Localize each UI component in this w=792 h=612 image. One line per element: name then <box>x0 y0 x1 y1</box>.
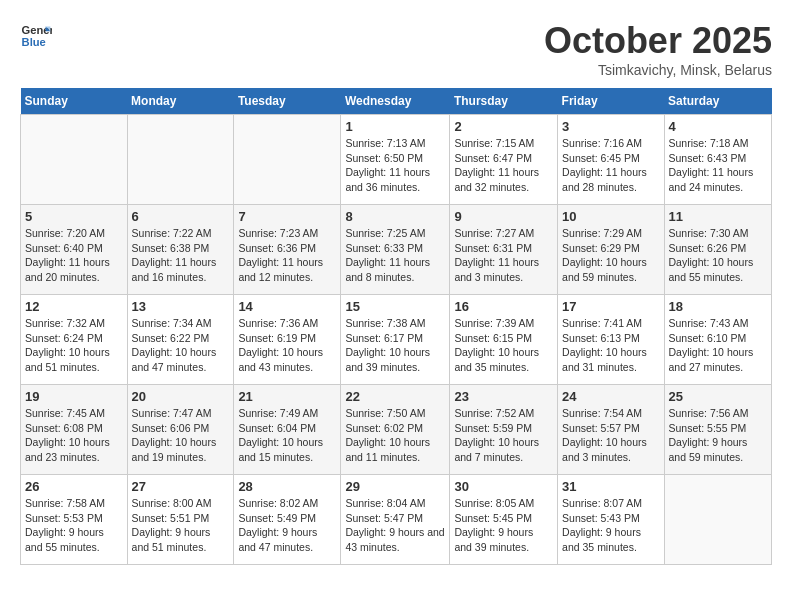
day-number: 24 <box>562 389 659 404</box>
calendar-cell: 19Sunrise: 7:45 AM Sunset: 6:08 PM Dayli… <box>21 385 128 475</box>
weekday-header: Monday <box>127 88 234 115</box>
weekday-header: Tuesday <box>234 88 341 115</box>
calendar-cell: 28Sunrise: 8:02 AM Sunset: 5:49 PM Dayli… <box>234 475 341 565</box>
day-info: Sunrise: 7:15 AM Sunset: 6:47 PM Dayligh… <box>454 136 553 195</box>
day-number: 6 <box>132 209 230 224</box>
day-number: 17 <box>562 299 659 314</box>
day-info: Sunrise: 8:02 AM Sunset: 5:49 PM Dayligh… <box>238 496 336 555</box>
day-number: 31 <box>562 479 659 494</box>
day-info: Sunrise: 7:29 AM Sunset: 6:29 PM Dayligh… <box>562 226 659 285</box>
day-number: 10 <box>562 209 659 224</box>
day-info: Sunrise: 7:52 AM Sunset: 5:59 PM Dayligh… <box>454 406 553 465</box>
day-info: Sunrise: 7:34 AM Sunset: 6:22 PM Dayligh… <box>132 316 230 375</box>
day-number: 5 <box>25 209 123 224</box>
day-number: 26 <box>25 479 123 494</box>
day-number: 19 <box>25 389 123 404</box>
calendar-cell: 3Sunrise: 7:16 AM Sunset: 6:45 PM Daylig… <box>558 115 664 205</box>
calendar-cell: 17Sunrise: 7:41 AM Sunset: 6:13 PM Dayli… <box>558 295 664 385</box>
calendar-cell: 15Sunrise: 7:38 AM Sunset: 6:17 PM Dayli… <box>341 295 450 385</box>
calendar-cell: 5Sunrise: 7:20 AM Sunset: 6:40 PM Daylig… <box>21 205 128 295</box>
day-number: 29 <box>345 479 445 494</box>
calendar-table: SundayMondayTuesdayWednesdayThursdayFrid… <box>20 88 772 565</box>
calendar-cell <box>664 475 771 565</box>
day-number: 12 <box>25 299 123 314</box>
location: Tsimkavichy, Minsk, Belarus <box>544 62 772 78</box>
day-info: Sunrise: 7:47 AM Sunset: 6:06 PM Dayligh… <box>132 406 230 465</box>
day-info: Sunrise: 7:30 AM Sunset: 6:26 PM Dayligh… <box>669 226 767 285</box>
weekday-header: Saturday <box>664 88 771 115</box>
day-number: 30 <box>454 479 553 494</box>
day-info: Sunrise: 7:41 AM Sunset: 6:13 PM Dayligh… <box>562 316 659 375</box>
day-number: 20 <box>132 389 230 404</box>
calendar-cell <box>234 115 341 205</box>
day-number: 21 <box>238 389 336 404</box>
day-info: Sunrise: 7:54 AM Sunset: 5:57 PM Dayligh… <box>562 406 659 465</box>
page-header: General Blue October 2025 Tsimkavichy, M… <box>20 20 772 78</box>
calendar-cell: 16Sunrise: 7:39 AM Sunset: 6:15 PM Dayli… <box>450 295 558 385</box>
day-number: 28 <box>238 479 336 494</box>
logo: General Blue <box>20 20 52 52</box>
day-number: 13 <box>132 299 230 314</box>
calendar-cell: 20Sunrise: 7:47 AM Sunset: 6:06 PM Dayli… <box>127 385 234 475</box>
calendar-cell: 12Sunrise: 7:32 AM Sunset: 6:24 PM Dayli… <box>21 295 128 385</box>
calendar-cell: 24Sunrise: 7:54 AM Sunset: 5:57 PM Dayli… <box>558 385 664 475</box>
day-info: Sunrise: 7:36 AM Sunset: 6:19 PM Dayligh… <box>238 316 336 375</box>
day-number: 3 <box>562 119 659 134</box>
day-info: Sunrise: 7:25 AM Sunset: 6:33 PM Dayligh… <box>345 226 445 285</box>
day-info: Sunrise: 7:39 AM Sunset: 6:15 PM Dayligh… <box>454 316 553 375</box>
day-info: Sunrise: 7:32 AM Sunset: 6:24 PM Dayligh… <box>25 316 123 375</box>
day-info: Sunrise: 8:04 AM Sunset: 5:47 PM Dayligh… <box>345 496 445 555</box>
calendar-cell: 11Sunrise: 7:30 AM Sunset: 6:26 PM Dayli… <box>664 205 771 295</box>
day-number: 7 <box>238 209 336 224</box>
calendar-cell: 14Sunrise: 7:36 AM Sunset: 6:19 PM Dayli… <box>234 295 341 385</box>
calendar-cell: 30Sunrise: 8:05 AM Sunset: 5:45 PM Dayli… <box>450 475 558 565</box>
weekday-header: Wednesday <box>341 88 450 115</box>
logo-icon: General Blue <box>20 20 52 52</box>
day-info: Sunrise: 7:16 AM Sunset: 6:45 PM Dayligh… <box>562 136 659 195</box>
day-info: Sunrise: 7:23 AM Sunset: 6:36 PM Dayligh… <box>238 226 336 285</box>
calendar-cell: 9Sunrise: 7:27 AM Sunset: 6:31 PM Daylig… <box>450 205 558 295</box>
svg-text:Blue: Blue <box>22 36 46 48</box>
day-number: 8 <box>345 209 445 224</box>
day-number: 22 <box>345 389 445 404</box>
calendar-cell <box>127 115 234 205</box>
title-area: October 2025 Tsimkavichy, Minsk, Belarus <box>544 20 772 78</box>
day-number: 16 <box>454 299 553 314</box>
day-info: Sunrise: 8:07 AM Sunset: 5:43 PM Dayligh… <box>562 496 659 555</box>
calendar-cell: 26Sunrise: 7:58 AM Sunset: 5:53 PM Dayli… <box>21 475 128 565</box>
calendar-cell: 1Sunrise: 7:13 AM Sunset: 6:50 PM Daylig… <box>341 115 450 205</box>
calendar-cell: 6Sunrise: 7:22 AM Sunset: 6:38 PM Daylig… <box>127 205 234 295</box>
day-number: 18 <box>669 299 767 314</box>
weekday-header: Sunday <box>21 88 128 115</box>
day-info: Sunrise: 7:49 AM Sunset: 6:04 PM Dayligh… <box>238 406 336 465</box>
weekday-header: Friday <box>558 88 664 115</box>
day-info: Sunrise: 7:43 AM Sunset: 6:10 PM Dayligh… <box>669 316 767 375</box>
calendar-cell: 4Sunrise: 7:18 AM Sunset: 6:43 PM Daylig… <box>664 115 771 205</box>
day-info: Sunrise: 7:45 AM Sunset: 6:08 PM Dayligh… <box>25 406 123 465</box>
day-number: 15 <box>345 299 445 314</box>
day-info: Sunrise: 7:58 AM Sunset: 5:53 PM Dayligh… <box>25 496 123 555</box>
day-info: Sunrise: 7:13 AM Sunset: 6:50 PM Dayligh… <box>345 136 445 195</box>
calendar-cell: 8Sunrise: 7:25 AM Sunset: 6:33 PM Daylig… <box>341 205 450 295</box>
calendar-cell: 13Sunrise: 7:34 AM Sunset: 6:22 PM Dayli… <box>127 295 234 385</box>
calendar-cell: 10Sunrise: 7:29 AM Sunset: 6:29 PM Dayli… <box>558 205 664 295</box>
calendar-cell <box>21 115 128 205</box>
day-number: 25 <box>669 389 767 404</box>
day-number: 14 <box>238 299 336 314</box>
calendar-cell: 25Sunrise: 7:56 AM Sunset: 5:55 PM Dayli… <box>664 385 771 475</box>
day-info: Sunrise: 7:18 AM Sunset: 6:43 PM Dayligh… <box>669 136 767 195</box>
day-number: 2 <box>454 119 553 134</box>
calendar-cell: 7Sunrise: 7:23 AM Sunset: 6:36 PM Daylig… <box>234 205 341 295</box>
day-number: 4 <box>669 119 767 134</box>
calendar-cell: 27Sunrise: 8:00 AM Sunset: 5:51 PM Dayli… <box>127 475 234 565</box>
day-info: Sunrise: 7:50 AM Sunset: 6:02 PM Dayligh… <box>345 406 445 465</box>
day-number: 23 <box>454 389 553 404</box>
day-number: 27 <box>132 479 230 494</box>
day-info: Sunrise: 7:20 AM Sunset: 6:40 PM Dayligh… <box>25 226 123 285</box>
day-number: 1 <box>345 119 445 134</box>
calendar-cell: 2Sunrise: 7:15 AM Sunset: 6:47 PM Daylig… <box>450 115 558 205</box>
calendar-cell: 31Sunrise: 8:07 AM Sunset: 5:43 PM Dayli… <box>558 475 664 565</box>
day-number: 11 <box>669 209 767 224</box>
day-info: Sunrise: 8:05 AM Sunset: 5:45 PM Dayligh… <box>454 496 553 555</box>
day-info: Sunrise: 8:00 AM Sunset: 5:51 PM Dayligh… <box>132 496 230 555</box>
